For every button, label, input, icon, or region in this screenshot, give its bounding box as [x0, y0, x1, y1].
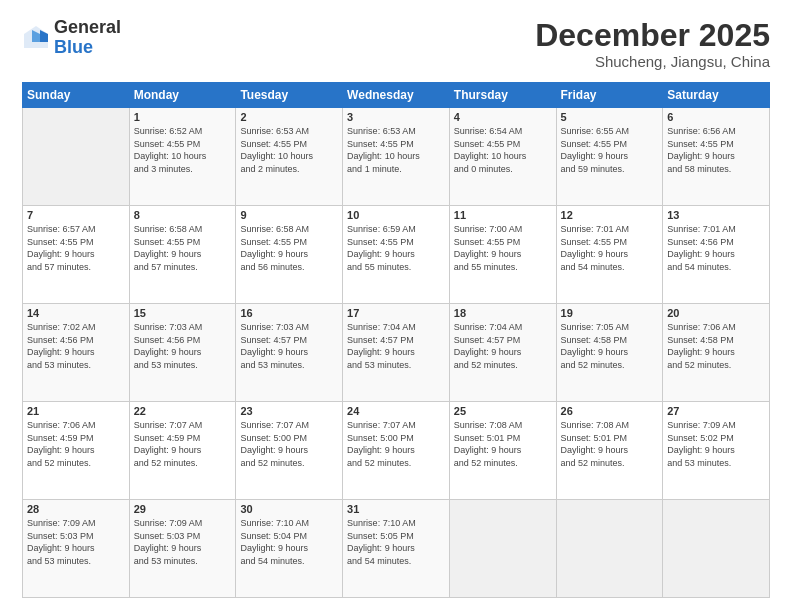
- week-row-4: 28Sunrise: 7:09 AM Sunset: 5:03 PM Dayli…: [23, 500, 770, 598]
- day-info: Sunrise: 7:01 AM Sunset: 4:55 PM Dayligh…: [561, 223, 659, 273]
- day-number: 11: [454, 209, 552, 221]
- day-info: Sunrise: 7:10 AM Sunset: 5:04 PM Dayligh…: [240, 517, 338, 567]
- day-info: Sunrise: 7:04 AM Sunset: 4:57 PM Dayligh…: [454, 321, 552, 371]
- day-cell: 15Sunrise: 7:03 AM Sunset: 4:56 PM Dayli…: [129, 304, 236, 402]
- day-info: Sunrise: 7:03 AM Sunset: 4:56 PM Dayligh…: [134, 321, 232, 371]
- day-info: Sunrise: 7:06 AM Sunset: 4:59 PM Dayligh…: [27, 419, 125, 469]
- week-row-0: 1Sunrise: 6:52 AM Sunset: 4:55 PM Daylig…: [23, 108, 770, 206]
- day-cell: 14Sunrise: 7:02 AM Sunset: 4:56 PM Dayli…: [23, 304, 130, 402]
- day-number: 30: [240, 503, 338, 515]
- day-number: 28: [27, 503, 125, 515]
- header-row: SundayMondayTuesdayWednesdayThursdayFrid…: [23, 83, 770, 108]
- day-number: 5: [561, 111, 659, 123]
- day-info: Sunrise: 7:07 AM Sunset: 5:00 PM Dayligh…: [347, 419, 445, 469]
- logo: General Blue: [22, 18, 121, 58]
- day-number: 27: [667, 405, 765, 417]
- day-info: Sunrise: 6:58 AM Sunset: 4:55 PM Dayligh…: [240, 223, 338, 273]
- day-number: 25: [454, 405, 552, 417]
- day-number: 20: [667, 307, 765, 319]
- day-cell: 31Sunrise: 7:10 AM Sunset: 5:05 PM Dayli…: [343, 500, 450, 598]
- day-number: 19: [561, 307, 659, 319]
- day-info: Sunrise: 7:02 AM Sunset: 4:56 PM Dayligh…: [27, 321, 125, 371]
- day-number: 21: [27, 405, 125, 417]
- title-block: December 2025 Shucheng, Jiangsu, China: [535, 18, 770, 70]
- day-info: Sunrise: 7:08 AM Sunset: 5:01 PM Dayligh…: [454, 419, 552, 469]
- day-info: Sunrise: 7:07 AM Sunset: 5:00 PM Dayligh…: [240, 419, 338, 469]
- header-wednesday: Wednesday: [343, 83, 450, 108]
- day-info: Sunrise: 7:07 AM Sunset: 4:59 PM Dayligh…: [134, 419, 232, 469]
- day-cell: 12Sunrise: 7:01 AM Sunset: 4:55 PM Dayli…: [556, 206, 663, 304]
- day-info: Sunrise: 7:04 AM Sunset: 4:57 PM Dayligh…: [347, 321, 445, 371]
- day-number: 3: [347, 111, 445, 123]
- calendar-table: SundayMondayTuesdayWednesdayThursdayFrid…: [22, 82, 770, 598]
- day-cell: 18Sunrise: 7:04 AM Sunset: 4:57 PM Dayli…: [449, 304, 556, 402]
- day-cell: [23, 108, 130, 206]
- day-number: 29: [134, 503, 232, 515]
- day-info: Sunrise: 7:01 AM Sunset: 4:56 PM Dayligh…: [667, 223, 765, 273]
- header: General Blue December 2025 Shucheng, Jia…: [22, 18, 770, 70]
- day-number: 26: [561, 405, 659, 417]
- day-cell: 1Sunrise: 6:52 AM Sunset: 4:55 PM Daylig…: [129, 108, 236, 206]
- month-title: December 2025: [535, 18, 770, 53]
- logo-blue-text: Blue: [54, 38, 121, 58]
- week-row-3: 21Sunrise: 7:06 AM Sunset: 4:59 PM Dayli…: [23, 402, 770, 500]
- day-number: 7: [27, 209, 125, 221]
- logo-general-text: General: [54, 18, 121, 38]
- day-cell: 19Sunrise: 7:05 AM Sunset: 4:58 PM Dayli…: [556, 304, 663, 402]
- day-info: Sunrise: 7:05 AM Sunset: 4:58 PM Dayligh…: [561, 321, 659, 371]
- day-info: Sunrise: 7:10 AM Sunset: 5:05 PM Dayligh…: [347, 517, 445, 567]
- calendar: SundayMondayTuesdayWednesdayThursdayFrid…: [22, 82, 770, 598]
- day-info: Sunrise: 7:06 AM Sunset: 4:58 PM Dayligh…: [667, 321, 765, 371]
- day-info: Sunrise: 6:54 AM Sunset: 4:55 PM Dayligh…: [454, 125, 552, 175]
- day-cell: 9Sunrise: 6:58 AM Sunset: 4:55 PM Daylig…: [236, 206, 343, 304]
- day-cell: 13Sunrise: 7:01 AM Sunset: 4:56 PM Dayli…: [663, 206, 770, 304]
- day-info: Sunrise: 6:59 AM Sunset: 4:55 PM Dayligh…: [347, 223, 445, 273]
- header-saturday: Saturday: [663, 83, 770, 108]
- day-cell: 20Sunrise: 7:06 AM Sunset: 4:58 PM Dayli…: [663, 304, 770, 402]
- day-cell: [663, 500, 770, 598]
- day-number: 4: [454, 111, 552, 123]
- day-number: 24: [347, 405, 445, 417]
- day-cell: 8Sunrise: 6:58 AM Sunset: 4:55 PM Daylig…: [129, 206, 236, 304]
- day-info: Sunrise: 6:53 AM Sunset: 4:55 PM Dayligh…: [240, 125, 338, 175]
- day-number: 31: [347, 503, 445, 515]
- day-number: 6: [667, 111, 765, 123]
- day-cell: 27Sunrise: 7:09 AM Sunset: 5:02 PM Dayli…: [663, 402, 770, 500]
- header-monday: Monday: [129, 83, 236, 108]
- day-number: 16: [240, 307, 338, 319]
- day-cell: 30Sunrise: 7:10 AM Sunset: 5:04 PM Dayli…: [236, 500, 343, 598]
- day-cell: [449, 500, 556, 598]
- day-info: Sunrise: 7:03 AM Sunset: 4:57 PM Dayligh…: [240, 321, 338, 371]
- day-info: Sunrise: 7:09 AM Sunset: 5:03 PM Dayligh…: [27, 517, 125, 567]
- day-cell: 2Sunrise: 6:53 AM Sunset: 4:55 PM Daylig…: [236, 108, 343, 206]
- day-number: 10: [347, 209, 445, 221]
- page: General Blue December 2025 Shucheng, Jia…: [0, 0, 792, 612]
- day-info: Sunrise: 7:00 AM Sunset: 4:55 PM Dayligh…: [454, 223, 552, 273]
- day-info: Sunrise: 7:09 AM Sunset: 5:02 PM Dayligh…: [667, 419, 765, 469]
- day-cell: 24Sunrise: 7:07 AM Sunset: 5:00 PM Dayli…: [343, 402, 450, 500]
- day-cell: 17Sunrise: 7:04 AM Sunset: 4:57 PM Dayli…: [343, 304, 450, 402]
- day-info: Sunrise: 6:57 AM Sunset: 4:55 PM Dayligh…: [27, 223, 125, 273]
- location: Shucheng, Jiangsu, China: [535, 53, 770, 70]
- day-cell: 26Sunrise: 7:08 AM Sunset: 5:01 PM Dayli…: [556, 402, 663, 500]
- day-number: 14: [27, 307, 125, 319]
- day-number: 13: [667, 209, 765, 221]
- week-row-1: 7Sunrise: 6:57 AM Sunset: 4:55 PM Daylig…: [23, 206, 770, 304]
- day-info: Sunrise: 6:53 AM Sunset: 4:55 PM Dayligh…: [347, 125, 445, 175]
- day-info: Sunrise: 7:09 AM Sunset: 5:03 PM Dayligh…: [134, 517, 232, 567]
- day-cell: 6Sunrise: 6:56 AM Sunset: 4:55 PM Daylig…: [663, 108, 770, 206]
- day-info: Sunrise: 6:58 AM Sunset: 4:55 PM Dayligh…: [134, 223, 232, 273]
- day-info: Sunrise: 6:55 AM Sunset: 4:55 PM Dayligh…: [561, 125, 659, 175]
- day-cell: 29Sunrise: 7:09 AM Sunset: 5:03 PM Dayli…: [129, 500, 236, 598]
- day-number: 18: [454, 307, 552, 319]
- logo-text: General Blue: [54, 18, 121, 58]
- day-cell: 7Sunrise: 6:57 AM Sunset: 4:55 PM Daylig…: [23, 206, 130, 304]
- day-cell: 4Sunrise: 6:54 AM Sunset: 4:55 PM Daylig…: [449, 108, 556, 206]
- day-number: 8: [134, 209, 232, 221]
- header-thursday: Thursday: [449, 83, 556, 108]
- day-cell: 3Sunrise: 6:53 AM Sunset: 4:55 PM Daylig…: [343, 108, 450, 206]
- day-number: 1: [134, 111, 232, 123]
- day-number: 22: [134, 405, 232, 417]
- header-sunday: Sunday: [23, 83, 130, 108]
- day-number: 23: [240, 405, 338, 417]
